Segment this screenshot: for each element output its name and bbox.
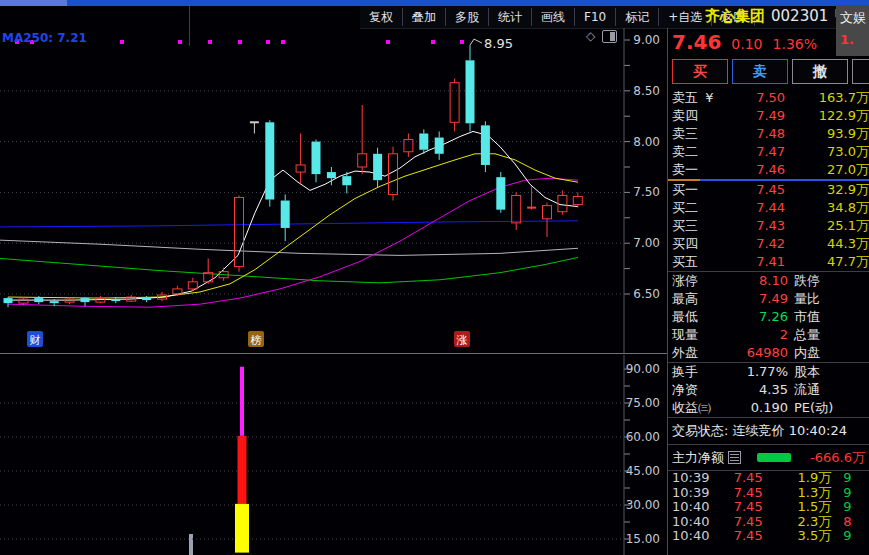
candle-down <box>496 177 505 210</box>
stock-title: 齐心集团 002301 R <box>705 7 842 27</box>
tick-price: 7.45 <box>709 515 762 530</box>
stock-code: 002301 <box>771 7 828 25</box>
flow-direction-bar <box>757 453 791 462</box>
ask-row[interactable]: 卖二7.4773.0万 <box>668 143 869 161</box>
stock-name: 齐心集团 <box>705 7 765 26</box>
ask-row[interactable]: 卖三7.4893.9万 <box>668 125 869 143</box>
ask-row-label: 卖二 <box>672 143 705 161</box>
ask-row-label: 卖五 <box>672 89 705 107</box>
stat-row: 最低7.26市值5 <box>668 308 869 326</box>
stat-row: 外盘64980内盘6 <box>668 344 869 362</box>
stat-value: 64980 <box>716 344 788 362</box>
stat-value: 7.49 <box>716 290 788 308</box>
event-marker-label: 榜 <box>251 334 262 347</box>
stats-section: 涨停8.10跌停最高7.49量比最低7.26市值5现量2总量12外盘64980内… <box>668 272 869 362</box>
sub-y-axis-label: 15.00 <box>626 532 660 546</box>
toolbar-button-4[interactable]: 统计 <box>489 7 531 28</box>
sector-quote-box[interactable]: 文娱 1. <box>836 5 869 56</box>
extra-button[interactable] <box>852 59 869 84</box>
y-axis-label: 7.50 <box>633 185 660 199</box>
candle-down <box>435 138 444 154</box>
ma-line-ma20 <box>8 178 578 307</box>
bid-row-volume: 47.7万 <box>785 253 869 271</box>
signal-dot <box>266 40 270 44</box>
bid-row[interactable]: 买二7.4434.8万 <box>668 199 869 217</box>
candle-down <box>419 133 428 149</box>
toolbar-button-5[interactable]: 画线 <box>532 7 574 28</box>
ask-row-label: 卖一 <box>672 161 705 179</box>
stat-value-clipped: 7 <box>820 381 869 399</box>
signal-dot <box>208 40 212 44</box>
toolbar-button-8[interactable]: +自选 <box>659 7 711 28</box>
stat-value: 0.190 <box>716 399 788 417</box>
tick-row: 10:397.451.9万9 <box>668 471 869 486</box>
ask-row[interactable]: 卖一7.4627.0万 <box>668 161 869 179</box>
signal-dot <box>178 40 182 44</box>
bid-row[interactable]: 买一7.4532.9万 <box>668 181 869 199</box>
indicator-bar-segment <box>238 436 247 504</box>
y-axis-label: 8.00 <box>633 135 660 149</box>
toolbar-button-1[interactable]: 复权 <box>360 7 402 28</box>
ask-row-label: 卖三 <box>672 125 705 143</box>
sector-name: 文娱 <box>840 7 869 29</box>
sub-y-axis-label: 30.00 <box>626 498 660 512</box>
tick-time: 10:40 <box>672 515 709 530</box>
ask-row-volume: 163.7万 <box>785 89 869 107</box>
bid-row[interactable]: 买四7.4244.3万 <box>668 235 869 253</box>
candle-up <box>296 165 305 172</box>
bid-row[interactable]: 买三7.4325.1万 <box>668 217 869 235</box>
cancel-button[interactable]: 撤 <box>792 59 848 84</box>
ask-row-volume: 122.9万 <box>785 107 869 125</box>
list-icon[interactable] <box>728 451 741 464</box>
stat-label: 涨停 <box>672 272 716 290</box>
bid-row-price: 7.44 <box>717 199 785 217</box>
stats-section-2: 换手1.77%股本7净资4.35流通7收益㈢0.190PE(动) <box>668 363 869 417</box>
sub-y-axis-label: 60.00 <box>626 430 660 444</box>
y-axis-label: 7.00 <box>633 236 660 250</box>
buy-button[interactable]: 买 <box>672 59 728 84</box>
tick-time: 10:39 <box>672 471 709 486</box>
tick-volume: 1.3万 <box>763 486 832 501</box>
bid-row-volume: 34.8万 <box>785 199 869 217</box>
stat-label: 量比 <box>794 290 820 308</box>
toolbar-button-6[interactable]: F10 <box>575 7 615 28</box>
candle-down <box>281 201 290 228</box>
event-marker-label: 财 <box>30 334 41 347</box>
candle-down <box>34 298 43 302</box>
candle-down <box>312 142 321 175</box>
signal-dot <box>431 40 435 44</box>
ask-row[interactable]: 卖五¥7.50163.7万 <box>668 89 869 107</box>
diamond-marker-icon[interactable]: ◇ <box>586 29 595 43</box>
bid-row-volume: 32.9万 <box>785 181 869 199</box>
tick-count: 9 <box>831 529 869 544</box>
sector-change: 1. <box>840 29 869 51</box>
stat-value: 4.35 <box>716 381 788 399</box>
candle-up <box>65 299 74 302</box>
stat-label: 换手 <box>672 363 716 381</box>
ask-row[interactable]: 卖四7.49122.9万 <box>668 107 869 125</box>
candle-up <box>573 196 582 204</box>
stat-row: 现量2总量12 <box>668 326 869 344</box>
tick-row: 10:407.451.5万9 <box>668 500 869 515</box>
main-chart[interactable]: 9.008.508.007.507.006.5090.0075.0060.004… <box>0 28 668 555</box>
tick-price: 7.45 <box>709 529 762 544</box>
bid-row-label: 买二 <box>672 199 705 217</box>
bid-list: 买一7.4532.9万买二7.4434.8万买三7.4325.1万买四7.424… <box>668 181 869 271</box>
stat-row: 换手1.77%股本7 <box>668 363 869 381</box>
sell-button[interactable]: 卖 <box>732 59 788 84</box>
price-change: 0.10 <box>731 36 762 52</box>
stat-label: 净资 <box>672 381 716 399</box>
stat-label: 跌停 <box>794 272 820 290</box>
indicator-bar-segment <box>235 504 249 553</box>
split-panel-icon[interactable] <box>602 30 617 43</box>
toolbar-button-2[interactable]: 叠加 <box>403 7 445 28</box>
candle-up <box>188 282 197 289</box>
bid-row[interactable]: 买五7.4147.7万 <box>668 253 869 271</box>
bid-row-label: 买五 <box>672 253 705 271</box>
toolbar-button-7[interactable]: 标记 <box>616 7 658 28</box>
bid-row-price: 7.42 <box>717 235 785 253</box>
ask-row-volume: 73.0万 <box>785 143 869 161</box>
stat-label: PE(动) <box>794 399 833 417</box>
toolbar-button-3[interactable]: 多股 <box>446 7 488 28</box>
quote-panel: 买卖撤 卖五¥7.50163.7万卖四7.49122.9万卖三7.4893.9万… <box>668 56 869 555</box>
